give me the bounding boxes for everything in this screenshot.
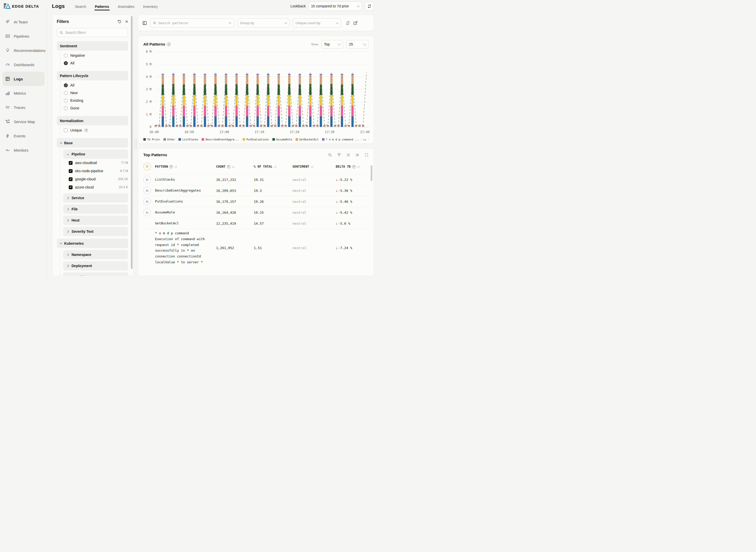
legend-item[interactable]: DescribeEventAggre...	[202, 138, 239, 141]
radio-new[interactable]: New	[64, 89, 128, 97]
filters-scrollbar[interactable]	[131, 16, 133, 269]
sort-icon[interactable]: ↓↑	[274, 165, 276, 168]
filter-section-normalization[interactable]: Normalization	[57, 116, 128, 125]
column-header-pattern[interactable]: PATTERN?↓↑	[155, 165, 216, 168]
legend-item[interactable]: Other	[164, 138, 176, 141]
table-search-button[interactable]	[328, 153, 332, 157]
filter-section-sentiment[interactable]: Sentiment	[57, 41, 128, 50]
table-list-view-button[interactable]	[355, 153, 359, 157]
pct-of-total-cell: 19.26	[254, 200, 293, 203]
table-scrollbar[interactable]	[370, 165, 372, 181]
column-header-count[interactable]: COUNT?↓↑	[216, 165, 254, 168]
create-pattern-alert-button[interactable]	[353, 21, 358, 25]
sidebar-item-logs[interactable]: Logs	[3, 72, 44, 86]
filter-group-kubernetes[interactable]: Kubernetes	[57, 239, 128, 248]
table-row[interactable]: ListStacks16,217,23219.31neutral↓-5.22 %	[143, 174, 368, 185]
filter-value-eks-node-pipeline[interactable]: ✓eks-node-pipeline6.7 M	[63, 167, 128, 175]
sort-icon[interactable]: ↓↑	[174, 165, 177, 168]
filter-subsection-severity-text[interactable]: Severity Text	[63, 227, 128, 236]
radio-all[interactable]: All	[64, 82, 128, 89]
table-row[interactable]: * o m d p command Execution of command w…	[143, 229, 368, 267]
radio-negative[interactable]: Negative	[64, 52, 128, 59]
sidebar-item-recommendations[interactable]: Recommendations	[0, 43, 47, 57]
close-filters-button[interactable]: ×	[125, 19, 128, 24]
sidebar-item-metrics[interactable]: Metrics	[0, 86, 47, 100]
table-fullscreen-button[interactable]	[364, 153, 368, 157]
legend-item[interactable]: ListStacks	[179, 138, 198, 141]
column-header-sentiment[interactable]: SENTIMENT↓↑	[293, 165, 336, 168]
sidebar-item-pipelines[interactable]: Pipelines	[0, 29, 47, 43]
sort-icon[interactable]: ↓↑	[311, 165, 313, 168]
help-icon[interactable]: ?	[85, 129, 88, 132]
clear-search-icon[interactable]: ✕	[229, 21, 231, 25]
sidebar-item-service-map[interactable]: Service Map	[0, 115, 47, 129]
tab-search[interactable]: Search	[75, 1, 86, 11]
table-columns-button[interactable]	[346, 153, 350, 157]
table-filter-button[interactable]	[337, 153, 341, 157]
help-icon[interactable]: ?	[352, 165, 356, 168]
filter-value-aws-cloudtrail[interactable]: ✓aws-cloudtrail77 M	[63, 159, 128, 167]
column-header-delta-7d[interactable]: DELTA 7D?↓↑	[336, 165, 368, 168]
legend-item[interactable]: PutEvaluations	[242, 138, 269, 141]
tab-inventory[interactable]: Inventory	[143, 1, 158, 11]
filter-value-google-cloud[interactable]: ✓google-cloud204.1K	[63, 175, 128, 183]
all-patterns-card: All Patterns? Show Top 25 01 M2 M3 M4 M5…	[138, 36, 374, 144]
legend-swatch	[179, 138, 181, 141]
delta-7d-cell: ↓-5.6 %	[336, 222, 368, 226]
tab-patterns[interactable]: Patterns	[95, 1, 109, 11]
help-icon[interactable]: ?	[227, 165, 230, 168]
radio-all[interactable]: All	[64, 59, 128, 67]
legend-item[interactable]: GetBucketAcl	[296, 138, 319, 141]
table-row[interactable]: GetBucketAcl12,235,41914.57neutral↓-5.6 …	[143, 218, 368, 229]
table-row[interactable]: PutEvaluations16,170,15719.26neutral↓-5.…	[143, 196, 368, 207]
reset-filters-button[interactable]	[117, 19, 121, 24]
legend-item[interactable]: * o m d p command ...	[322, 138, 360, 141]
table-row[interactable]: AssumeRole16,164,42619.25neutral↓-5.42 %	[143, 207, 368, 218]
filter-search-box[interactable]	[57, 28, 128, 37]
pattern-search-box[interactable]: ✕	[150, 18, 234, 27]
legend-more-button[interactable]: •••	[361, 138, 368, 141]
filter-subsection-statefulset[interactable]: StatefulSet	[63, 272, 128, 276]
filter-subsection-service[interactable]: Service	[63, 193, 128, 202]
radio-existing[interactable]: Existing	[64, 97, 128, 104]
column-header--of-total[interactable]: % OF TOTAL↓↑	[254, 165, 293, 168]
pattern-search-input[interactable]	[158, 21, 227, 25]
lookback-select[interactable]: 1h compared to 7d prior	[308, 2, 362, 11]
legend-item[interactable]: 7d Prior	[143, 138, 160, 141]
sort-icon[interactable]: ↓↑	[357, 165, 359, 168]
filter-subsection-pipeline[interactable]: Pipeline	[63, 150, 128, 159]
help-icon[interactable]: ?	[170, 165, 173, 168]
sidebar-item-ai-team[interactable]: AI Team	[0, 15, 47, 29]
filter-section-pattern-lifecycle[interactable]: Pattern Lifecycle	[57, 71, 128, 81]
filter-subsection-file[interactable]: File	[63, 204, 128, 214]
all-patterns-chart[interactable]: 01 M2 M3 M4 M5 M6 M16:4016:5017:0017:101…	[143, 50, 368, 136]
brand-logo[interactable]: EDGE DELTA	[4, 3, 47, 9]
filter-subsection-deployment[interactable]: Deployment	[63, 261, 128, 270]
filter-subsection-host[interactable]: Host	[63, 216, 128, 225]
filter-value-azure-cloud[interactable]: ✓azure-cloud20.4 K	[63, 183, 128, 191]
help-icon[interactable]: ?	[167, 42, 171, 46]
radio-gone[interactable]: Gone	[64, 104, 128, 112]
sidebar-item-events[interactable]: Events	[0, 129, 47, 143]
checkbox-unique[interactable]: Unique?	[64, 126, 128, 134]
brand-name: EDGE DELTA	[12, 4, 39, 8]
filter-search-input[interactable]	[65, 30, 125, 35]
group-by-select[interactable]: Group by	[237, 18, 290, 27]
sidebar-item-monitors[interactable]: Monitors	[0, 143, 47, 157]
sidebar-item-traces[interactable]: Traces	[0, 100, 47, 115]
legend-item[interactable]: AssumeRole	[273, 138, 292, 141]
toggle-filters-panel-button[interactable]	[142, 21, 147, 25]
show-count-select[interactable]: 25	[346, 40, 368, 48]
filter-group-base[interactable]: Base	[57, 138, 128, 148]
filter-subsection-namespace[interactable]: Namespace	[63, 250, 128, 259]
unique-count-by-select[interactable]: Unique count by	[293, 18, 341, 27]
sidebar-item-dashboards[interactable]: Dashboards	[0, 57, 47, 72]
show-mode-select[interactable]: Top	[321, 40, 343, 48]
refresh-button[interactable]	[365, 2, 374, 11]
sort-icon[interactable]: ↓↑	[232, 165, 234, 168]
panel-resizer[interactable]	[133, 12, 137, 276]
table-row[interactable]: DescribeEventAggregates16,209,65319.3neu…	[143, 185, 368, 196]
refresh-patterns-button[interactable]	[346, 21, 350, 25]
tab-anomalies[interactable]: Anomalies	[118, 1, 134, 11]
svg-text:17:30: 17:30	[325, 130, 334, 134]
